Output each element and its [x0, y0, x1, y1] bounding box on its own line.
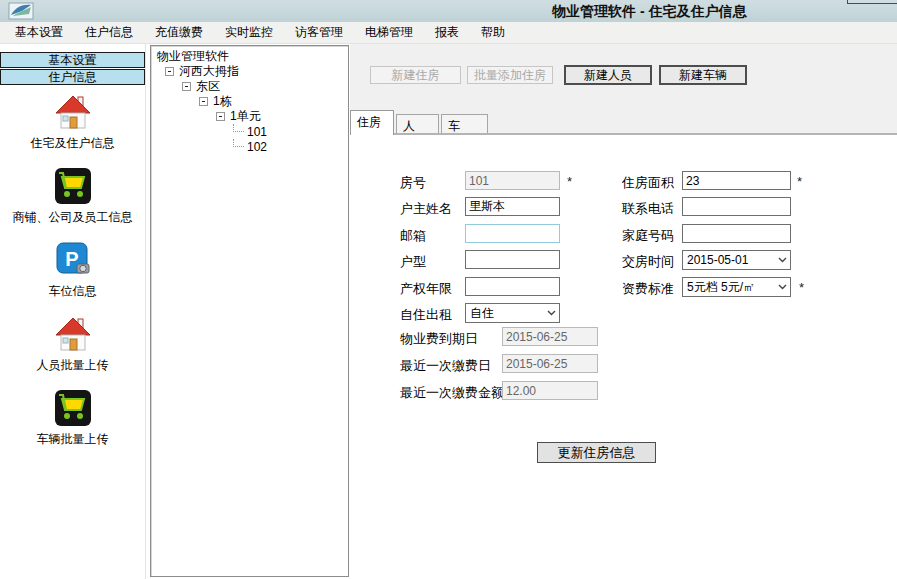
collapse-icon[interactable]: [182, 82, 191, 91]
cart-icon: [53, 166, 93, 206]
fee-due-date-field: [502, 327, 598, 346]
house-type-field[interactable]: [465, 250, 560, 269]
home-number-field[interactable]: [682, 224, 791, 243]
sidebar-item-label: 住宅及住户信息: [31, 135, 115, 152]
menu-item-realtime-monitor[interactable]: 实时监控: [214, 21, 284, 44]
batch-add-house-button[interactable]: 批量添加住房: [467, 66, 553, 84]
tree-node-unit[interactable]: 1单元: [155, 109, 348, 124]
tree-connector: [233, 124, 244, 132]
tab-vehicle[interactable]: 车: [441, 114, 488, 133]
house-type-label: 户型: [400, 253, 426, 271]
sidebar-item-parking-info[interactable]: P 车位信息: [49, 240, 97, 300]
last-payment-date-field: [502, 354, 598, 373]
owner-name-label: 户主姓名: [400, 200, 452, 218]
menu-item-basic-settings[interactable]: 基本设置: [4, 21, 74, 44]
fee-standard-value: 5元档 5元/㎡: [683, 279, 775, 296]
tree-node-room-101[interactable]: 101: [155, 124, 348, 139]
new-house-button[interactable]: 新建住房: [370, 66, 461, 84]
app-window: 物业管理软件 - 住宅及住户信息 基本设置 住户信息 充值缴费 实时监控 访客管…: [0, 0, 897, 579]
home-number-label: 家庭号码: [622, 227, 674, 245]
tab-housing[interactable]: 住房: [350, 110, 394, 135]
handover-date-select[interactable]: 2015-05-01: [682, 250, 791, 270]
tree-connector: [233, 139, 244, 147]
sidebar-items: 住宅及住户信息 商铺、公司及员工信息: [0, 92, 145, 462]
room-number-label: 房号: [400, 174, 426, 192]
app-logo-icon: [8, 2, 34, 20]
occupancy-select[interactable]: 自住: [465, 303, 560, 323]
email-label: 邮箱: [400, 227, 426, 245]
menu-item-visitor-mgmt[interactable]: 访客管理: [284, 21, 354, 44]
room-number-field: [465, 171, 560, 190]
menu-item-reports[interactable]: 报表: [424, 21, 470, 44]
sidebar-item-vehicle-batch-upload[interactable]: 车辆批量上传: [37, 388, 109, 448]
sidebar-item-label: 商铺、公司及员工信息: [13, 209, 133, 226]
parking-icon: P: [53, 240, 93, 280]
tree-node-root[interactable]: 物业管理软件: [155, 49, 348, 64]
property-years-field[interactable]: [465, 277, 560, 296]
titlebar: 物业管理软件 - 住宅及住户信息: [0, 0, 897, 22]
required-asterisk: *: [567, 174, 572, 189]
sidebar-header-resident-info[interactable]: 住户信息: [0, 69, 145, 85]
menu-item-resident-info[interactable]: 住户信息: [74, 21, 144, 44]
sidebar-item-shop-company-staff[interactable]: 商铺、公司及员工信息: [13, 166, 133, 226]
last-payment-amount-label: 最近一次缴费金额: [400, 384, 504, 402]
fee-due-date-label: 物业费到期日: [400, 330, 478, 348]
contact-phone-field[interactable]: [682, 197, 791, 216]
sidebar-item-residence-info[interactable]: 住宅及住户信息: [31, 92, 115, 152]
tree-node-label: 1栋: [213, 93, 232, 110]
tree-node-label: 102: [247, 140, 267, 154]
collapse-icon[interactable]: [216, 112, 225, 121]
contact-phone-label: 联系电话: [622, 200, 674, 218]
owner-name-field[interactable]: [465, 197, 560, 216]
house-area-field[interactable]: [682, 171, 791, 190]
update-housing-info-button[interactable]: 更新住房信息: [537, 442, 656, 463]
menubar: 基本设置 住户信息 充值缴费 实时监控 访客管理 电梯管理 报表 帮助: [0, 22, 897, 44]
email-field[interactable]: [465, 224, 560, 243]
occupancy-label: 自住出租: [400, 306, 452, 324]
sidebar-item-label: 人员批量上传: [37, 357, 109, 374]
window-control-partial[interactable]: [847, 0, 897, 4]
menu-item-help[interactable]: 帮助: [470, 21, 516, 44]
handover-date-value: 2015-05-01: [683, 253, 775, 267]
chevron-down-icon: [775, 251, 790, 269]
fee-standard-select[interactable]: 5元档 5元/㎡: [682, 277, 791, 297]
chevron-down-icon: [544, 304, 559, 322]
tree-node-community[interactable]: 河西大拇指: [155, 64, 348, 79]
house-icon: [53, 92, 93, 132]
collapse-icon[interactable]: [165, 67, 174, 76]
sidebar-item-label: 车位信息: [49, 283, 97, 300]
menu-item-recharge-payment[interactable]: 充值缴费: [144, 21, 214, 44]
tree-node-label: 101: [247, 125, 267, 139]
tree-node-building[interactable]: 1栋: [155, 94, 348, 109]
sidebar-item-person-batch-upload[interactable]: 人员批量上传: [37, 314, 109, 374]
property-years-label: 产权年限: [400, 280, 452, 298]
sidebar-item-label: 车辆批量上传: [37, 431, 109, 448]
menu-item-elevator-mgmt[interactable]: 电梯管理: [354, 21, 424, 44]
new-vehicle-button[interactable]: 新建车辆: [659, 65, 747, 85]
tab-person[interactable]: 人: [396, 114, 439, 133]
sidebar-header-basic-settings[interactable]: 基本设置: [0, 52, 145, 68]
window-title: 物业管理软件 - 住宅及住户信息: [552, 3, 746, 21]
occupancy-selected-value: 自住: [466, 305, 544, 322]
last-payment-amount-field: [502, 381, 598, 400]
tree-panel: 物业管理软件 河西大拇指 东区 1栋 1单元 101 102: [150, 45, 349, 577]
cart-icon: [53, 388, 93, 428]
house-area-label: 住房面积: [622, 174, 674, 192]
collapse-icon[interactable]: [199, 97, 208, 106]
handover-date-label: 交房时间: [622, 253, 674, 271]
tree-node-room-102[interactable]: 102: [155, 139, 348, 154]
last-payment-date-label: 最近一次缴费日: [400, 357, 491, 375]
fee-standard-label: 资费标准: [622, 280, 674, 298]
house-icon: [53, 314, 93, 354]
chevron-down-icon: [775, 278, 790, 296]
new-person-button[interactable]: 新建人员: [564, 65, 652, 85]
tree-node-district[interactable]: 东区: [155, 79, 348, 94]
tab-strip-line: [350, 133, 897, 135]
sidebar: 基本设置 住户信息 住宅及住户信息: [0, 44, 146, 579]
required-asterisk: *: [797, 174, 802, 189]
tree-node-label: 1单元: [230, 108, 261, 125]
required-asterisk: *: [799, 280, 804, 295]
